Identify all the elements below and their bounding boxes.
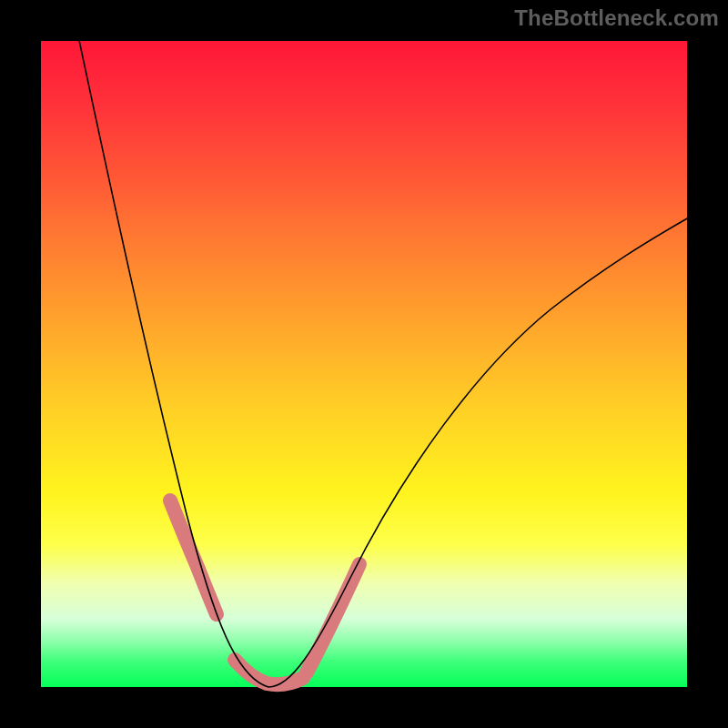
chart-frame: TheBottleneck.com: [0, 0, 728, 728]
highlight-band-bottom: [235, 660, 303, 684]
plot-area: [41, 41, 687, 687]
highlight-band-right: [307, 564, 359, 672]
highlight-band-left: [170, 500, 217, 614]
main-curve: [77, 32, 689, 687]
curve-svg: [41, 41, 687, 687]
watermark-text: TheBottleneck.com: [514, 5, 719, 31]
